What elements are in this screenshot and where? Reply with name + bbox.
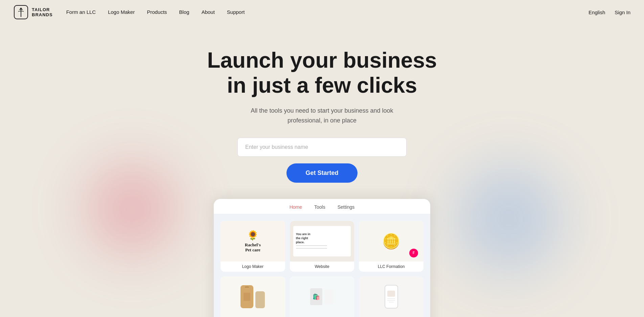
svg-rect-1 (244, 293, 250, 301)
card-website-label: Website (315, 262, 329, 272)
website-mock: You are inthe rightplace. (293, 226, 351, 256)
bag-icon: 🛍️ (313, 293, 320, 300)
card-website-img: You are inthe rightplace. (290, 221, 354, 262)
card-llc-label: LLC Formation (378, 262, 405, 272)
hero-title: Launch your business in just a few click… (207, 48, 437, 98)
logo-card-text: Rachel'sPet care (245, 242, 261, 253)
card-logo-label: Logo Maker (242, 262, 263, 272)
nav-blog[interactable]: Blog (179, 9, 189, 15)
website-mock-line2 (296, 248, 327, 249)
mobile-line3 (389, 302, 394, 302)
bag-item: 🛍️ (310, 288, 322, 305)
business-name-input[interactable] (237, 138, 407, 157)
logo[interactable]: TAILOR BRANDS (14, 5, 53, 20)
card-social-img (221, 276, 285, 317)
phone-shape (240, 285, 253, 308)
stamp-icon: 🪙 (382, 232, 400, 250)
mobile-preview (385, 285, 398, 309)
mobile-preview-img (387, 291, 395, 297)
apparel-items: 🛍️ (310, 288, 334, 305)
logo-icon (14, 5, 28, 20)
card-branded: 🛍️ Branded Apparel (290, 276, 354, 317)
phone-screen-icon (243, 291, 251, 302)
logo-text: TAILOR BRANDS (32, 7, 53, 17)
get-started-button[interactable]: Get Started (286, 163, 357, 183)
mobile-line1 (387, 298, 395, 299)
mobile-line2 (387, 300, 395, 301)
hero-subtitle: All the tools you need to start your bus… (248, 106, 396, 126)
blob-blue (428, 138, 590, 300)
card-llc: 🪙 F LLC Formation (359, 221, 423, 272)
llc-badge: F (409, 249, 418, 257)
dashboard-tabs: Home Tools Settings (214, 199, 430, 214)
card-website: You are inthe rightplace. Website (290, 221, 354, 272)
dashboard-grid: 🌻 Rachel'sPet care Logo Maker You are in… (214, 214, 430, 317)
tab-home[interactable]: Home (290, 204, 302, 210)
phone-bg (255, 291, 265, 308)
navbar: TAILOR BRANDS Form an LLC Logo Maker Pro… (0, 0, 644, 24)
card-app: Brand App (359, 276, 423, 317)
card-branded-img: 🛍️ (290, 276, 354, 317)
blob-pink (61, 138, 203, 280)
nav-support[interactable]: Support (227, 9, 245, 15)
website-mock-text: You are inthe rightplace. (296, 232, 310, 244)
card-social: Social Post Maker (221, 276, 285, 317)
language-selector[interactable]: English (589, 9, 605, 15)
navbar-right: English Sign In (589, 9, 630, 15)
nav-logo-maker[interactable]: Logo Maker (108, 9, 135, 15)
hero-section: Launch your business in just a few click… (0, 24, 644, 317)
tab-settings[interactable]: Settings (338, 204, 355, 210)
card-app-img (359, 276, 423, 317)
sign-in-button[interactable]: Sign In (615, 9, 630, 15)
card-logo-maker: 🌻 Rachel'sPet care Logo Maker (221, 221, 285, 272)
nav-form-llc[interactable]: Form an LLC (66, 9, 96, 15)
nav-about[interactable]: About (202, 9, 215, 15)
tab-tools[interactable]: Tools (314, 204, 325, 210)
card-logo-img: 🌻 Rachel'sPet care (221, 221, 285, 262)
nav-links: Form an LLC Logo Maker Products Blog Abo… (66, 9, 245, 15)
phone-icon-wrap (221, 276, 285, 317)
website-mock-line1 (296, 245, 327, 246)
business-name-input-wrap (237, 138, 407, 157)
nav-products[interactable]: Products (147, 9, 167, 15)
card-llc-img: 🪙 F (359, 221, 423, 262)
dashboard-preview: Home Tools Settings 🌻 Rachel'sPet care L… (214, 199, 430, 317)
navbar-left: TAILOR BRANDS Form an LLC Logo Maker Pro… (14, 5, 245, 20)
cup-item (324, 289, 334, 304)
sunflower-icon: 🌻 (247, 230, 259, 241)
